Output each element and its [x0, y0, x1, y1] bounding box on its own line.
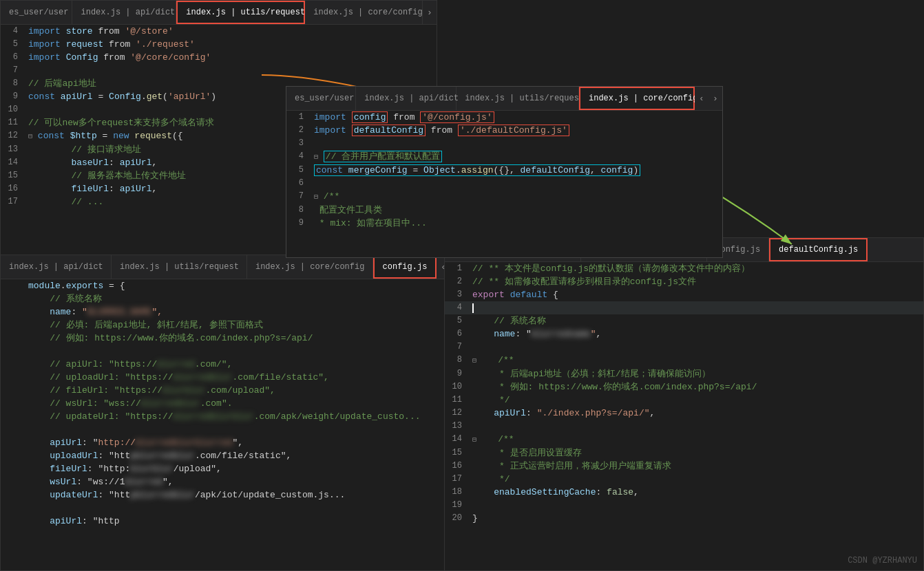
- tab-bl-core-config[interactable]: index.js | core/config: [247, 255, 373, 279]
- code-line: 5 // 系统名称: [445, 314, 923, 327]
- tab-tr-api-dict[interactable]: index.js | api/dict: [356, 87, 456, 110]
- code-line: 18 enabledSettingCache: false,: [445, 486, 923, 499]
- code-line: // updateUrl: "https://blurredblurblur.c…: [1, 410, 450, 423]
- code-line: 11 */: [445, 394, 923, 407]
- code-line: fileUrl: "http:blurblur/upload",: [1, 462, 450, 475]
- code-line: 2 // ** 如需修改配置请移步到根目录的config.js文件: [445, 275, 923, 288]
- code-line: // 系统名称: [1, 292, 450, 305]
- code-line: name: "BLURRED_NAME",: [1, 305, 450, 319]
- panel-bottom-left: index.js | api/dict index.js | utils/req…: [0, 255, 451, 571]
- code-line: wsUrl: "ws://1blurred",: [1, 475, 450, 488]
- code-line: 4 import store from '@/store': [1, 25, 437, 38]
- panel-bottom-right: index.js | utils/request index.js | core…: [444, 237, 924, 571]
- code-line: 3: [286, 137, 722, 150]
- code-line: 5 const mergeConfig = Object.assign({}, …: [286, 164, 722, 177]
- code-line-active: 4: [445, 301, 923, 314]
- code-line: apiUrl: "http://blurredblurblurred",: [1, 436, 450, 449]
- code-area-bottom-right: 1 // ** 本文件是config.js的默认数据（请勿修改本文件中的内容） …: [445, 262, 923, 570]
- tab-es-user[interactable]: es_user/user: [1, 1, 72, 24]
- code-line: 7: [445, 341, 923, 354]
- code-line: 10 * 例如: https://www.你的域名.com/index.php?…: [445, 380, 923, 394]
- code-line: // 例如: https://www.你的域名.com/index.php?s=…: [1, 332, 450, 345]
- tab-tr-utils-request[interactable]: index.js | utils/request: [456, 87, 579, 110]
- tab-utils-request[interactable]: index.js | utils/request: [176, 1, 305, 24]
- code-line: 9 * 后端api地址（必填；斜杠/结尾；请确保能访问）: [445, 367, 923, 380]
- tab-tr-core-config[interactable]: index.js | core/config: [579, 87, 695, 110]
- code-line: // apiUrl: "https://blurred.com/",: [1, 358, 450, 371]
- tab-bl-utils-request[interactable]: index.js | utils/request: [112, 255, 247, 279]
- code-line: 7 ⊟ /**: [286, 190, 722, 204]
- code-line: 1 // ** 本文件是config.js的默认数据（请勿修改本文件中的内容）: [445, 262, 923, 275]
- code-line: 3 export default {: [445, 288, 923, 301]
- tab-br-defaultconfig[interactable]: defaultConfig.js: [769, 238, 868, 261]
- code-line: 20 }: [445, 512, 923, 525]
- code-line: 12 apiUrl: "./index.php?s=/api/",: [445, 407, 923, 420]
- panel-top-right: es_user/user index.js | api/dict index.j…: [286, 86, 723, 258]
- code-line: 15 * 是否启用设置缓存: [445, 446, 923, 460]
- code-area-bottom-left: module.exports = { // 系统名称 name: "BLURRE…: [1, 279, 450, 570]
- code-line: 4 ⊟ // 合并用户配置和默认配置: [286, 150, 722, 164]
- tab-bar-top-left: es_user/user index.js | api/dict index.j…: [1, 1, 437, 25]
- code-line: 8 ⊟ /**: [445, 354, 923, 367]
- tab-core-config[interactable]: index.js | core/config: [305, 1, 423, 24]
- tab-api-dict[interactable]: index.js | api/dict: [72, 1, 176, 24]
- code-line: 6: [286, 177, 722, 190]
- watermark: CSDN @YZRHANYU: [848, 556, 917, 565]
- code-line: // 必填: 后端api地址, 斜杠/结尾, 参照下面格式: [1, 319, 450, 332]
- code-line: // wsUrl: "wss://blurredblur.com".: [1, 397, 450, 410]
- code-line: 6 name: "blurredname",: [445, 327, 923, 341]
- code-line: [1, 423, 450, 436]
- code-line: // fileUrl: "https://blurblur.com/upload…: [1, 384, 450, 397]
- code-line: uploadUrl: "httpblurredblur.com/file/sta…: [1, 449, 450, 462]
- code-line: 6 import Config from '@/core/config': [1, 51, 437, 64]
- tab-bar-top-right: es_user/user index.js | api/dict index.j…: [286, 87, 722, 111]
- code-area-top-right: 1 import config from '@/config.js' 2 imp…: [286, 111, 722, 257]
- code-line: [1, 502, 450, 515]
- code-line: 17 */: [445, 473, 923, 486]
- tab-bl-config[interactable]: config.js: [373, 255, 437, 279]
- tab-bar-bottom-left: index.js | api/dict index.js | utils/req…: [1, 255, 450, 279]
- code-line: [1, 345, 450, 358]
- tab-bl-api-dict[interactable]: index.js | api/dict: [1, 255, 112, 279]
- code-line: 7: [1, 64, 437, 77]
- code-line: 16 * 正式运营时启用，将减少用户端重复请求: [445, 460, 923, 473]
- tab-nav-next[interactable]: ›: [423, 1, 437, 25]
- code-line: 5 import request from './request': [1, 38, 437, 51]
- tab-nav-next2[interactable]: ›: [708, 87, 722, 111]
- code-line: 2 import defaultConfig from './defaultCo…: [286, 124, 722, 137]
- code-line: 14 ⊟ /**: [445, 433, 923, 446]
- tab-nav-prev[interactable]: ‹: [695, 87, 708, 111]
- code-line: 9 * mix: 如需在项目中...: [286, 217, 722, 230]
- code-line: 13: [445, 420, 923, 433]
- code-line: 19: [445, 499, 923, 512]
- code-line: // uploadUrl: "https://blurredblur.com/f…: [1, 371, 450, 384]
- code-line: apiUrl: "http: [1, 515, 450, 528]
- code-line: updateUrl: "httpblurredblur/apk/iot/upda…: [1, 488, 450, 502]
- code-line: 8 配置文件工具类: [286, 204, 722, 217]
- code-line: module.exports = {: [1, 279, 450, 292]
- tab-tr-es-user[interactable]: es_user/user: [286, 87, 356, 110]
- code-line: 1 import config from '@/config.js': [286, 111, 722, 124]
